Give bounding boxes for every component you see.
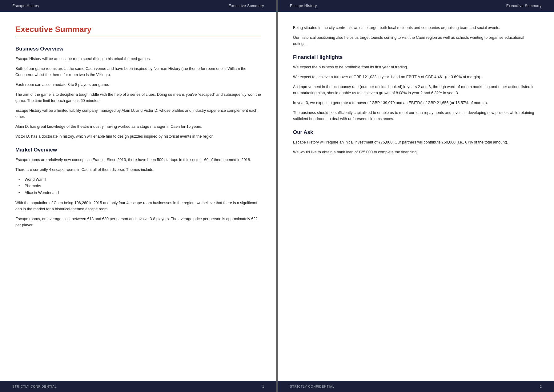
biz-para-1: Escape History will be an escape room sp… bbox=[15, 56, 261, 62]
market-para-2: There are currently 4 escape rooms in Ca… bbox=[15, 167, 261, 173]
bullet-1: World War II bbox=[22, 176, 261, 183]
page-1-content: Executive Summary Business Overview Esca… bbox=[0, 12, 276, 381]
bullet-2: Pharaohs bbox=[22, 183, 261, 189]
page-1-confidential: STRICTLY CONFIDENTIAL bbox=[12, 385, 57, 388]
page-2-footer: STRICTLY CONFIDENTIAL 2 bbox=[278, 381, 554, 392]
business-overview-heading: Business Overview bbox=[15, 46, 261, 52]
market-para-1: Escape rooms are relatively new concepts… bbox=[15, 157, 261, 163]
page-1-footer: STRICTLY CONFIDENTIAL 1 bbox=[0, 381, 276, 392]
page-2-content: Being situated in the city centre allows… bbox=[278, 12, 554, 381]
page-1-header: Escape History Executive Summary bbox=[0, 0, 276, 12]
executive-title: Executive Summary bbox=[15, 25, 261, 37]
our-ask-heading: Our Ask bbox=[293, 129, 539, 135]
fin-para-2: We expect to achieve a turnover of GBP 1… bbox=[293, 74, 539, 80]
biz-para-3: Each room can accommodate 3 to 8 players… bbox=[15, 82, 261, 88]
fin-para-1: We expect the business to be profitable … bbox=[293, 64, 539, 70]
page-1: Escape History Executive Summary Executi… bbox=[0, 0, 278, 392]
market-cont-para-2: Our historical positioning also helps us… bbox=[293, 34, 539, 47]
fin-para-3: An improvement in the occupancy rate (nu… bbox=[293, 84, 539, 96]
financial-highlights-heading: Financial Highlights bbox=[293, 54, 539, 60]
biz-para-2: Both of our game rooms are at the same C… bbox=[15, 66, 261, 78]
page-2-header-right: Executive Summary bbox=[506, 4, 542, 8]
market-overview-heading: Market Overview bbox=[15, 147, 261, 153]
pages-container: Escape History Executive Summary Executi… bbox=[0, 0, 554, 392]
page-1-number: 1 bbox=[262, 385, 264, 388]
page-2: Escape History Executive Summary Being s… bbox=[278, 0, 554, 392]
market-cont-para-1: Being situated in the city centre allows… bbox=[293, 25, 539, 31]
page-2-header-left: Escape History bbox=[290, 4, 317, 8]
biz-para-7: Victor D. has a doctorate in history, wh… bbox=[15, 133, 261, 139]
market-para-after-1: With the population of Caen being 106,26… bbox=[15, 200, 261, 212]
page-2-header: Escape History Executive Summary bbox=[278, 0, 554, 12]
biz-para-6: Alain D. has great knowledge of the thea… bbox=[15, 123, 261, 130]
market-para-after-2: Escape rooms, on average, cost between €… bbox=[15, 216, 261, 228]
page-2-number: 2 bbox=[540, 385, 542, 388]
ask-para-2: We would like to obtain a bank loan of €… bbox=[293, 149, 539, 155]
biz-para-4: The aim of the game is to decipher a tou… bbox=[15, 91, 261, 104]
page-1-header-right: Executive Summary bbox=[229, 4, 264, 8]
bullet-3: Alice in Wonderland bbox=[22, 190, 261, 196]
page-2-confidential: STRICTLY CONFIDENTIAL bbox=[290, 385, 335, 388]
themes-list: World War II Pharaohs Alice in Wonderlan… bbox=[22, 176, 261, 196]
biz-para-5: Escape History will be a limited liabili… bbox=[15, 107, 261, 120]
page-1-header-left: Escape History bbox=[12, 4, 39, 8]
fin-para-5: The business should be sufficiently capi… bbox=[293, 110, 539, 122]
fin-para-4: In year 3, we expect to generate a turno… bbox=[293, 100, 539, 106]
ask-para-1: Escape History will require an initial i… bbox=[293, 139, 539, 145]
